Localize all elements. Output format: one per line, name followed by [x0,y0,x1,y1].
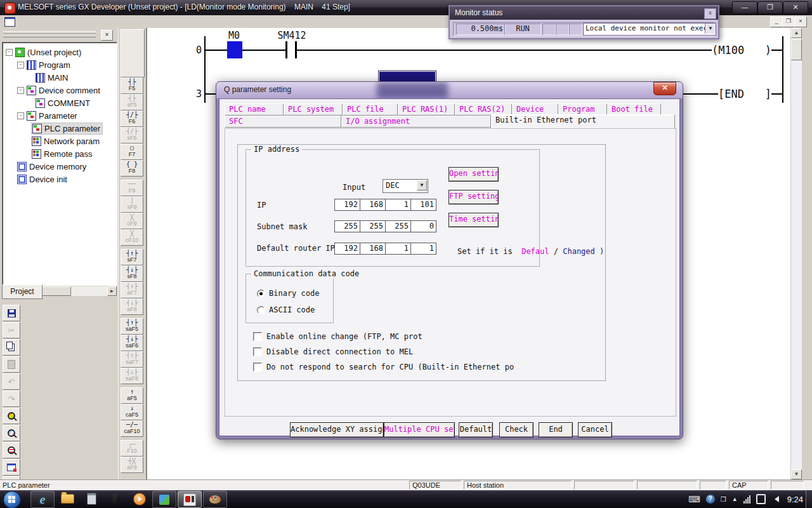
tab-plc-name[interactable]: PLC name [225,104,284,116]
tool-parallel-falling-negated-saF8[interactable]: ┤↓├saF8 [121,368,143,384]
tree-item-device-init[interactable]: Device init [3,173,117,185]
tool-parallel-rising-aF7[interactable]: ┤↑├aF7 [121,282,143,298]
time-settings-button[interactable]: Time settings [449,213,499,227]
tab-plc-ras1[interactable]: PLC RAS(1) [398,104,455,116]
mdi-minimize-button[interactable]: _ [770,17,783,27]
tree-item-network-param[interactable]: Network param [3,135,117,147]
tool-application-F8[interactable]: { }F8 [121,160,143,177]
tool-parallel-closed-sF6[interactable]: ┤/├sF6 [121,127,143,144]
binary-code-radio[interactable]: Binary code [257,289,319,298]
taskbar-gx-developer[interactable] [178,491,202,508]
window-restore-icon[interactable]: ❐ [721,496,726,503]
tree-item-program[interactable]: - Program [3,58,117,71]
monitor-titlebar[interactable]: Monitor status [450,6,718,20]
tool-vline-sF9[interactable]: │sF9 [121,196,143,213]
dock-close-icon[interactable]: × [101,30,113,41]
collapse-icon[interactable]: - [17,87,24,94]
tab-io-assignment[interactable]: I/O assignment [341,116,491,128]
subnet-octet-3[interactable]: 255 [385,220,411,232]
taskbar-utility[interactable] [104,491,127,507]
default-button[interactable]: Default [459,422,493,438]
tool-invert-caF10[interactable]: ─/─caF10 [121,420,143,437]
collapse-icon[interactable]: - [6,49,13,56]
open-settings-button[interactable]: Open settings [449,167,499,182]
ip-octet-4[interactable]: 101 [410,199,436,211]
minimize-button[interactable]: — [732,1,757,14]
arrow-up-icon[interactable]: ▲ [732,496,738,502]
radio-selected-icon[interactable] [257,290,265,298]
scrollbar-thumb[interactable] [791,39,802,60]
tool-parallel-open-sF5[interactable]: ┤├sF5 [121,94,143,110]
disable-direct-connection-checkbox[interactable]: Disable direct connection to MEL [253,347,413,356]
tool-delete-vline-cF10[interactable]: ╳cF10 [121,229,143,246]
ip-octet-3[interactable]: 1 [385,199,411,211]
clock[interactable]: 9:24 [787,495,803,504]
tool-rising-pulse-sF7[interactable]: ┤↑├sF7 [121,249,143,265]
taskbar-folder[interactable] [56,491,79,507]
help-icon[interactable]: ? [706,495,715,504]
subnet-octet-2[interactable]: 255 [360,220,386,232]
taskbar-calculator[interactable] [80,491,103,507]
tool-line-delete-aF9[interactable]: ┼╳aF9 [121,457,143,473]
router-octet-1[interactable]: 192 [334,243,360,255]
tab-plc-system[interactable]: PLC system [284,104,343,116]
find-device-button[interactable] [3,408,20,424]
mdi-close-button[interactable]: × [794,17,807,27]
tree-item-project-root[interactable]: - (Unset project) [3,46,117,58]
cut-button[interactable]: ✂ [3,322,20,338]
tool-falling-pulse-sF8[interactable]: ┤↓├sF8 [121,265,143,282]
chevron-down-icon[interactable]: ▼ [705,23,716,34]
tool-closed-contact-F6[interactable]: ┤/├F6 [121,110,143,127]
router-octet-2[interactable]: 168 [360,243,386,255]
start-button[interactable] [3,491,21,508]
end-instruction[interactable]: [END] [718,86,771,102]
tool-open-contact-F5[interactable]: ┤├F5 [121,77,143,94]
checkbox-icon[interactable] [253,332,262,341]
collapse-icon[interactable]: - [17,62,24,69]
dialog-close-button[interactable]: ✕ [653,82,676,95]
close-button[interactable]: ✕ [783,1,808,14]
taskbar-media-player[interactable] [128,491,151,507]
save-button[interactable] [3,305,20,321]
tree-item-comment[interactable]: COMMENT [3,97,117,109]
scroll-down-icon[interactable]: ▼ [791,469,802,479]
undo-button[interactable]: ↶ [3,373,20,390]
tab-built-in-ethernet-port[interactable]: Built-in Ethernet port [491,114,675,128]
contact-m0-energized[interactable] [227,41,242,58]
project-panel-tab[interactable]: Project [2,284,43,299]
paste-button[interactable] [3,356,20,373]
tree-item-main[interactable]: MAIN [3,71,117,84]
tree-item-device-comment[interactable]: - Device comment [3,84,117,97]
ip-octet-1[interactable]: 192 [334,199,360,211]
collapse-icon[interactable]: - [17,112,24,119]
scrollbar-thumb[interactable] [38,286,71,296]
maximize-button[interactable]: ❐ [757,1,783,14]
mdi-restore-button[interactable]: ❐ [782,17,795,27]
find-instruction-button[interactable] [3,425,20,441]
redo-button[interactable]: ↷ [3,391,20,407]
tool-delete-hline-cF9[interactable]: ╳cF9 [121,213,143,229]
tool-parallel-falling-aF8[interactable]: ┤↓├aF8 [121,298,143,315]
tool-pulse-up-aF5[interactable]: ↑aF5 [121,387,143,404]
monitor-mode-select[interactable]: Local device monitor not execu ▼ [583,23,716,36]
tool-line-draw-F10[interactable]: ┌─F10 [121,440,143,457]
volume-icon[interactable] [771,496,779,502]
tool-parallel-rising-negated-saF7[interactable]: ┤↑├saF7 [121,351,143,368]
acknowledge-xy-assignment-button[interactable]: Acknowledge XY assignment [290,422,384,438]
subnet-octet-4[interactable]: 0 [410,220,436,232]
editor-vertical-scrollbar[interactable]: ▲ ▼ [790,28,802,479]
scroll-right-icon[interactable]: ► [107,286,117,296]
checkbox-icon[interactable] [253,347,262,356]
multiple-cpu-settings-button[interactable]: Multiple CPU settings [384,422,455,438]
subnet-octet-1[interactable]: 255 [334,220,360,232]
tree-item-remote-pass[interactable]: Remote pass [3,147,117,160]
input-format-select[interactable]: DEC ▼ [383,179,428,193]
tool-hline-F9[interactable]: ──F9 [121,180,143,196]
show-desktop-button[interactable] [806,490,812,508]
copy-button[interactable] [3,339,20,356]
dialog-titlebar[interactable]: Q parameter setting [216,82,683,98]
cross-reference-button[interactable] [3,459,20,476]
taskbar-internet-explorer[interactable]: e [30,491,55,508]
radio-icon[interactable] [257,306,265,314]
tree-item-plc-parameter[interactable]: PLC parameter [3,122,117,135]
